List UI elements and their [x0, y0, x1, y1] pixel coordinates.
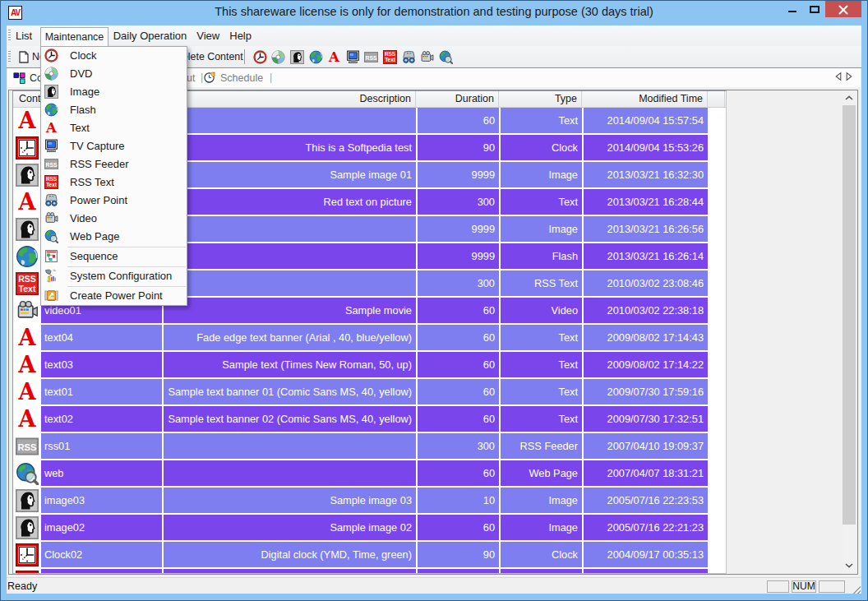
cell-type: Text	[501, 325, 582, 350]
maximize-button[interactable]	[806, 0, 824, 18]
clock-row-icon	[16, 571, 39, 574]
tab-label: Schedule	[220, 72, 263, 84]
tab-separator: |	[201, 72, 203, 83]
scrollbar-up-button[interactable]	[843, 91, 856, 105]
cell-type: Image	[501, 515, 582, 540]
new-content-icon	[19, 51, 29, 63]
cell-description: Digital clock (YMD, Time, green)	[164, 542, 416, 567]
menubar-item-view[interactable]: View	[192, 25, 224, 46]
cell-name: text03	[41, 352, 162, 377]
flash-row-icon	[16, 245, 39, 268]
cell-modified-time: 2013/03/21 16:26:14	[584, 243, 708, 269]
minimize-button[interactable]	[783, 0, 801, 18]
rss-text-icon	[44, 175, 58, 189]
dvd-icon	[44, 67, 58, 81]
menu-item-text[interactable]: Text	[41, 119, 187, 137]
tab-scroll-right-icon[interactable]	[846, 72, 852, 81]
image-toolbar-button[interactable]	[288, 48, 307, 66]
cell-name	[41, 569, 162, 574]
menubar-item-list[interactable]: List	[11, 25, 37, 46]
menu-item-video[interactable]: Video	[41, 210, 187, 228]
column-header-duration[interactable]: Duration	[416, 91, 499, 107]
scrollbar-down-button[interactable]	[843, 559, 856, 573]
menu-item-flash[interactable]: Flash	[41, 101, 187, 119]
column-header-modified-time[interactable]: Modified Time	[582, 91, 708, 107]
menu-item-clock[interactable]: Clock	[41, 47, 187, 65]
menu-item-rss-feeder[interactable]: RSS Feeder	[41, 155, 187, 173]
menu-item-label: Sequence	[70, 247, 118, 266]
tab-scroll-left-icon[interactable]	[835, 72, 842, 81]
cell-modified-time: 2014/09/04 15:53:26	[584, 135, 708, 160]
scrollbar-thumb[interactable]	[843, 105, 856, 525]
cell-duration: 300	[418, 433, 499, 459]
cell-duration: 60	[418, 298, 499, 323]
toolbar-icon-buttons	[251, 48, 455, 66]
column-header-spacer[interactable]	[708, 91, 725, 107]
menu-item-label: Flash	[70, 101, 96, 119]
vertical-scrollbar[interactable]	[843, 91, 856, 573]
rss-feeder-toolbar-button[interactable]	[362, 48, 381, 66]
menu-item-system-configuration[interactable]: System Configuration	[41, 267, 187, 285]
cell-duration: 300	[418, 189, 499, 215]
table-row-text01[interactable]: text01Sample text banner 01 (Comic Sans …	[13, 379, 726, 406]
table-row-web[interactable]: web60Web Page2007/04/07 18:31:21	[13, 460, 726, 488]
cell-modified-time	[584, 569, 708, 574]
menubar-item-help[interactable]: Help	[224, 25, 256, 46]
menu-item-sequence[interactable]: Sequence	[41, 247, 187, 266]
table-row-Clock02[interactable]: Clock02Digital clock (YMD, Time, green)9…	[13, 542, 726, 569]
menu-item-tv-capture[interactable]: TV Capture	[41, 137, 187, 155]
menu-item-create-power-point[interactable]: Create Power Point	[41, 287, 187, 305]
menubar-item-daily-operation[interactable]: Daily Operation	[108, 25, 192, 46]
cell-name: image02	[41, 515, 162, 540]
resize-grip[interactable]	[852, 585, 861, 594]
cell-name: Clock02	[41, 542, 162, 567]
cell-type: Text	[501, 352, 582, 377]
menu-item-image[interactable]: Image	[41, 83, 187, 101]
web-page-toolbar-button[interactable]	[436, 48, 455, 66]
table-row-image02[interactable]: image02Sample image 0260Image2005/07/16 …	[13, 515, 726, 542]
cell-duration: 300	[418, 270, 499, 296]
table-row-rss01[interactable]: rss01300RSS Feeder2007/04/10 19:09:37	[13, 433, 726, 460]
cell-modified-time: 2013/03/21 16:32:30	[584, 162, 708, 187]
tab-scroll-arrows	[835, 72, 852, 81]
dvd-toolbar-button[interactable]	[270, 48, 289, 66]
menu-item-rss-text[interactable]: RSS Text	[41, 173, 187, 192]
toolbar-grip[interactable]	[8, 51, 11, 63]
menubar-item-maintenance-open[interactable]: Maintenance	[40, 27, 108, 46]
cell-modified-time: 2013/03/21 16:28:44	[584, 189, 708, 215]
power-point-toolbar-button[interactable]	[399, 48, 418, 66]
rss-text-icon	[383, 50, 397, 64]
flash-toolbar-button[interactable]	[307, 48, 326, 66]
cell-modified-time: 2009/08/02 17:14:22	[584, 352, 708, 377]
menu-item-dvd[interactable]: DVD	[41, 65, 187, 83]
menu-item-web-page[interactable]: Web Page	[41, 228, 187, 246]
web-page-icon	[44, 229, 58, 243]
window-title: This shareware license is only for demon…	[0, 5, 868, 18]
clock-icon	[44, 49, 58, 62]
menu-item-power-point[interactable]: Power Point	[41, 192, 187, 210]
table-row-text03[interactable]: text03Sample text (Times New Roman, 50, …	[13, 352, 726, 379]
table-row-image03[interactable]: image03Sample image 0310Image2005/07/16 …	[13, 488, 726, 515]
text-toolbar-button[interactable]	[325, 48, 344, 66]
tv-capture-toolbar-button[interactable]	[344, 48, 362, 66]
cell-modified-time: 2004/09/17 00:35:13	[584, 542, 708, 567]
close-button[interactable]	[825, 1, 861, 17]
table-row-text04[interactable]: text04Fade edge text banner (Arial , 40,…	[13, 325, 726, 352]
cell-duration: 60	[418, 325, 499, 350]
cell-type: Video	[501, 298, 582, 323]
rss-text-toolbar-button[interactable]	[381, 48, 399, 66]
tab-schedule[interactable]: Schedule	[204, 72, 263, 84]
minimize-icon	[788, 11, 796, 12]
column-header-type[interactable]: Type	[499, 91, 582, 107]
table-row-text02[interactable]: text02Sample text banner 02 (Comic Sans …	[13, 406, 726, 433]
image-row-icon	[16, 218, 39, 241]
cell-description: Sample image 01	[164, 162, 416, 187]
column-header-description[interactable]: Description	[163, 91, 416, 107]
image-icon	[44, 85, 58, 99]
cell-duration: 90	[418, 135, 499, 160]
clock-toolbar-button[interactable]	[251, 48, 270, 66]
table-row[interactable]	[13, 569, 726, 574]
video-toolbar-button[interactable]	[418, 48, 436, 66]
cell-type	[501, 569, 582, 574]
tv-capture-icon	[346, 50, 360, 64]
